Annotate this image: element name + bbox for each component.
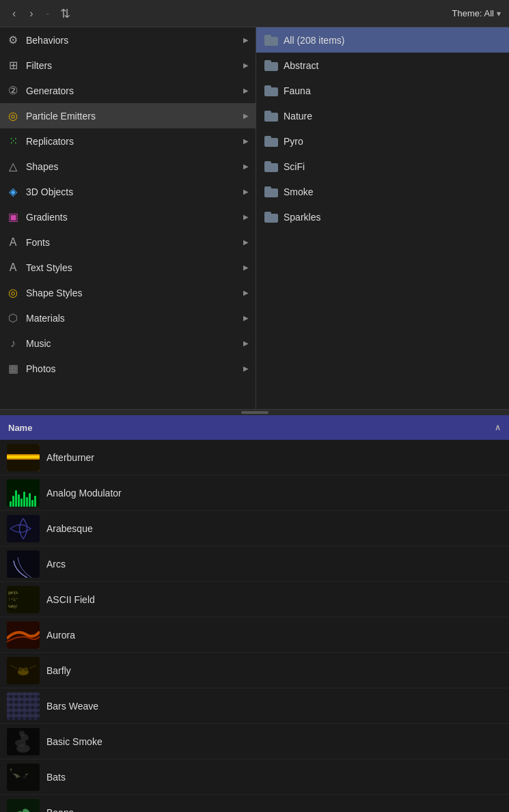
- item-thumb-aurora: [7, 621, 40, 649]
- svg-rect-37: [7, 709, 40, 712]
- sidebar-label-particle-emitters: Particle Emitters: [26, 111, 96, 122]
- sidebar-label-shape-styles: Shape Styles: [26, 288, 83, 298]
- nav-arrows: ‹ › - ⇅: [8, 6, 73, 21]
- sidebar-icon-shapes: △: [5, 159, 20, 174]
- sidebar-item-left: A Text Styles: [5, 260, 72, 275]
- item-name-bats: Bats: [46, 772, 66, 783]
- folder-icon-all: [264, 35, 278, 46]
- item-name-arabesque: Arabesque: [46, 523, 93, 534]
- category-label-smoke: Smoke: [284, 186, 314, 197]
- item-thumb-analog-modulator: [7, 479, 40, 507]
- sidebar-item-music[interactable]: ♪ Music ▶: [0, 331, 256, 356]
- sidebar-label-behaviors: Behaviors: [26, 35, 68, 46]
- item-thumb-ascii-field: @#$%!*&^%#@!: [7, 586, 40, 613]
- sidebar-item-shape-styles[interactable]: ◎ Shape Styles ▶: [0, 280, 256, 305]
- sidebar-item-materials[interactable]: ⬡ Materials ▶: [0, 305, 256, 331]
- category-label-fauna: Fauna: [284, 85, 311, 96]
- sidebar-item-photos[interactable]: ▦ Photos ▶: [0, 356, 256, 381]
- category-item-nature[interactable]: Nature: [256, 103, 509, 128]
- top-bar: ‹ › - ⇅ Theme: All ▾: [0, 0, 509, 27]
- sidebar-icon-shape-styles: ◎: [5, 285, 20, 300]
- list-item-arcs[interactable]: Arcs: [0, 546, 509, 582]
- sidebar-item-text-styles[interactable]: A Text Styles ▶: [0, 255, 256, 280]
- svg-rect-11: [29, 493, 31, 507]
- sidebar-arrow-behaviors: ▶: [243, 36, 249, 44]
- sidebar-arrow-materials: ▶: [243, 314, 249, 322]
- sidebar-item-left: ♪ Music: [5, 336, 51, 351]
- svg-text:%#@!: %#@!: [8, 604, 18, 608]
- sidebar-arrow-replicators: ▶: [243, 137, 249, 145]
- category-label-abstract: Abstract: [284, 60, 318, 71]
- sidebar-arrow-3d-objects: ▶: [243, 188, 249, 195]
- svg-rect-35: [7, 698, 40, 701]
- sidebar-label-generators: Generators: [26, 85, 74, 96]
- sidebar-item-behaviors[interactable]: ⚙ Behaviors ▶: [0, 27, 256, 53]
- sidebar-icon-materials: ⬡: [5, 311, 20, 326]
- sidebar-item-3d-objects[interactable]: ◈ 3D Objects ▶: [0, 179, 256, 204]
- list-item-afterburner[interactable]: Afterburner: [0, 440, 509, 475]
- category-item-all[interactable]: All (208 items): [256, 27, 509, 53]
- sidebar-item-particle-emitters[interactable]: ◎ Particle Emitters ▶: [0, 103, 256, 128]
- sidebar-item-shapes[interactable]: △ Shapes ▶: [0, 154, 256, 179]
- sidebar-arrow-photos: ▶: [243, 365, 249, 372]
- right-panel: All (208 items) Abstract Fauna Nature Py…: [256, 27, 509, 409]
- list-item-bars-weave[interactable]: Bars Weave: [0, 688, 509, 724]
- list-item-ascii-field[interactable]: @#$%!*&^%#@! ASCII Field: [0, 582, 509, 617]
- category-item-sparkles[interactable]: Sparkles: [256, 204, 509, 229]
- sidebar-icon-3d-objects: ◈: [5, 184, 20, 199]
- sidebar-item-replicators[interactable]: ⁙ Replicators ▶: [0, 128, 256, 154]
- sidebar-label-fonts: Fonts: [26, 237, 50, 248]
- item-thumb-beans: [7, 799, 40, 813]
- item-thumb-basic-smoke: [7, 728, 40, 755]
- sidebar-label-3d-objects: 3D Objects: [26, 186, 73, 197]
- item-name-afterburner: Afterburner: [46, 452, 94, 463]
- main-content: ⚙ Behaviors ▶ ⊞ Filters ▶ ② Generators ▶…: [0, 27, 509, 410]
- sidebar-item-left: △ Shapes: [5, 159, 58, 174]
- sidebar-arrow-music: ▶: [243, 339, 249, 347]
- sidebar-item-gradients[interactable]: ▣ Gradients ▶: [0, 204, 256, 229]
- back-button[interactable]: ‹: [8, 6, 20, 21]
- theme-chevron: ▾: [497, 9, 501, 18]
- list-item-aurora[interactable]: Aurora: [0, 617, 509, 653]
- sidebar-item-generators[interactable]: ② Generators ▶: [0, 78, 256, 103]
- svg-rect-34: [7, 692, 40, 695]
- sidebar-item-left: ◎ Shape Styles: [5, 285, 83, 300]
- category-item-scifi[interactable]: SciFi: [256, 154, 509, 179]
- svg-point-23: [18, 667, 23, 671]
- item-thumb-bars-weave: [7, 692, 40, 720]
- sidebar-label-photos: Photos: [26, 363, 56, 374]
- sidebar-item-filters[interactable]: ⊞ Filters ▶: [0, 53, 256, 78]
- folder-icon-smoke: [264, 186, 278, 197]
- sidebar-item-left: ⚙ Behaviors: [5, 33, 68, 48]
- nav-updown: ⇅: [57, 6, 73, 21]
- theme-selector[interactable]: Theme: All ▾: [452, 8, 501, 18]
- list-item-basic-smoke[interactable]: Basic Smoke: [0, 724, 509, 759]
- sidebar-item-fonts[interactable]: A Fonts ▶: [0, 229, 256, 255]
- sidebar-item-left: A Fonts: [5, 235, 50, 250]
- sidebar-arrow-shapes: ▶: [243, 163, 249, 170]
- sidebar-icon-photos: ▦: [5, 361, 20, 376]
- sidebar-item-left: ◎ Particle Emitters: [5, 109, 96, 124]
- sidebar-label-materials: Materials: [26, 313, 65, 324]
- sidebar-arrow-text-styles: ▶: [243, 264, 249, 271]
- category-label-scifi: SciFi: [284, 161, 305, 172]
- sidebar-item-left: ▣ Gradients: [5, 210, 68, 225]
- divider-grip: [241, 411, 269, 414]
- category-item-pyro[interactable]: Pyro: [256, 128, 509, 154]
- svg-text:@#$%: @#$%: [8, 590, 18, 595]
- list-item-arabesque[interactable]: Arabesque: [0, 511, 509, 546]
- item-thumb-arabesque: [7, 515, 40, 542]
- list-item-beans[interactable]: Beans: [0, 795, 509, 812]
- sidebar-item-left: ⊞ Filters: [5, 58, 52, 73]
- list-item-analog-modulator[interactable]: Analog Modulator: [0, 475, 509, 511]
- category-item-fauna[interactable]: Fauna: [256, 78, 509, 103]
- category-item-smoke[interactable]: Smoke: [256, 179, 509, 204]
- list-item-barfly[interactable]: Barfly: [0, 653, 509, 688]
- divider-handle[interactable]: [0, 410, 509, 415]
- forward-button[interactable]: ›: [25, 6, 37, 21]
- category-item-abstract[interactable]: Abstract: [256, 53, 509, 78]
- folder-icon-sparkles: [264, 212, 278, 223]
- sidebar-label-shapes: Shapes: [26, 161, 58, 172]
- list-item-bats[interactable]: Bats: [0, 759, 509, 795]
- list-header-label: Name: [8, 423, 32, 433]
